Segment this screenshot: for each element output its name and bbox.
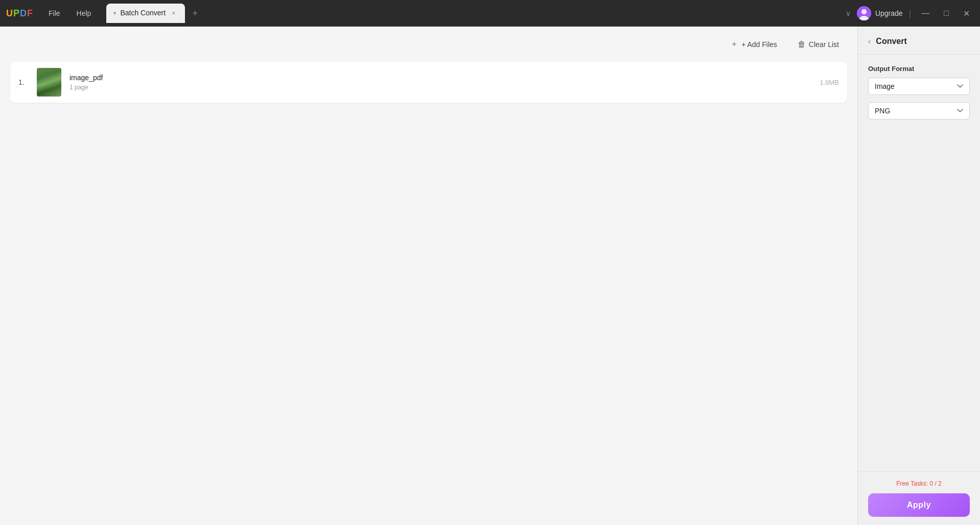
panel-footer: Free Tasks: 0 / 2 Apply	[858, 471, 980, 525]
titlebar: UPDF File Help ▾ Batch Convert × + ∨ Upg…	[0, 0, 980, 27]
svg-point-1	[861, 9, 867, 14]
dropdown-arrow-icon[interactable]: ∨	[846, 9, 851, 17]
upgrade-label: Upgrade	[875, 9, 903, 17]
right-panel: ‹ Convert Output Format Image Word Excel…	[857, 27, 980, 525]
maximize-button[interactable]: □	[940, 7, 953, 20]
panel-header: ‹ Convert	[858, 27, 980, 55]
nav-bar: File Help	[41, 6, 98, 20]
main-content: ＋ + Add Files 🗑 Clear List 1. image_pdf …	[0, 27, 980, 525]
logo-d: D	[20, 8, 27, 18]
avatar	[857, 6, 871, 20]
free-tasks-label: Free Tasks: 0 / 2	[868, 480, 970, 487]
add-files-label: + Add Files	[741, 40, 777, 49]
file-index: 1.	[18, 78, 29, 86]
logo-u: U	[6, 8, 13, 18]
clear-list-button[interactable]: 🗑 Clear List	[791, 37, 845, 52]
tab-chevron-icon: ▾	[113, 10, 116, 16]
thumb-photo-image	[37, 68, 61, 97]
trash-icon: 🗑	[798, 40, 806, 49]
panel-body: Output Format Image Word Excel PowerPoin…	[858, 55, 980, 471]
file-name: image_pdf	[69, 74, 820, 82]
file-area: ＋ + Add Files 🗑 Clear List 1. image_pdf …	[0, 27, 857, 525]
app-logo: UPDF	[6, 8, 33, 19]
file-thumbnail	[37, 68, 61, 97]
tab-area: ▾ Batch Convert × +	[106, 4, 842, 23]
nav-help[interactable]: Help	[69, 6, 99, 20]
tab-label: Batch Convert	[120, 9, 166, 17]
apply-button[interactable]: Apply	[868, 493, 970, 517]
table-row: 1. image_pdf 1 page 1.8MB	[10, 62, 847, 103]
tab-batch-convert[interactable]: ▾ Batch Convert ×	[106, 4, 184, 23]
separator: |	[909, 8, 912, 19]
output-format-label: Output Format	[868, 65, 970, 73]
logo-p: P	[13, 8, 20, 18]
clear-list-label: Clear List	[809, 40, 839, 49]
avatar-icon	[857, 6, 871, 20]
file-size: 1.8MB	[820, 79, 839, 86]
titlebar-right: ∨ Upgrade | — □ ✕	[846, 6, 974, 20]
back-button[interactable]: ‹	[868, 37, 871, 46]
nav-file[interactable]: File	[41, 6, 67, 20]
file-info: image_pdf 1 page	[69, 74, 820, 91]
tab-close-icon[interactable]: ×	[170, 8, 178, 18]
file-pages: 1 page	[69, 84, 820, 91]
file-toolbar: ＋ + Add Files 🗑 Clear List	[0, 27, 857, 62]
add-files-button[interactable]: ＋ + Add Files	[724, 36, 783, 53]
panel-title: Convert	[876, 37, 906, 46]
minimize-button[interactable]: —	[917, 7, 934, 20]
logo-f: F	[27, 8, 33, 18]
file-list: 1. image_pdf 1 page 1.8MB	[0, 62, 857, 525]
format-type-select[interactable]: Image Word Excel PowerPoint PDF	[868, 78, 970, 95]
upgrade-button[interactable]: Upgrade	[857, 6, 903, 20]
close-button[interactable]: ✕	[959, 7, 974, 20]
add-tab-button[interactable]: +	[187, 5, 203, 21]
format-sub-select[interactable]: PNG JPEG BMP TIFF GIF	[868, 102, 970, 120]
add-icon: ＋	[730, 39, 738, 50]
